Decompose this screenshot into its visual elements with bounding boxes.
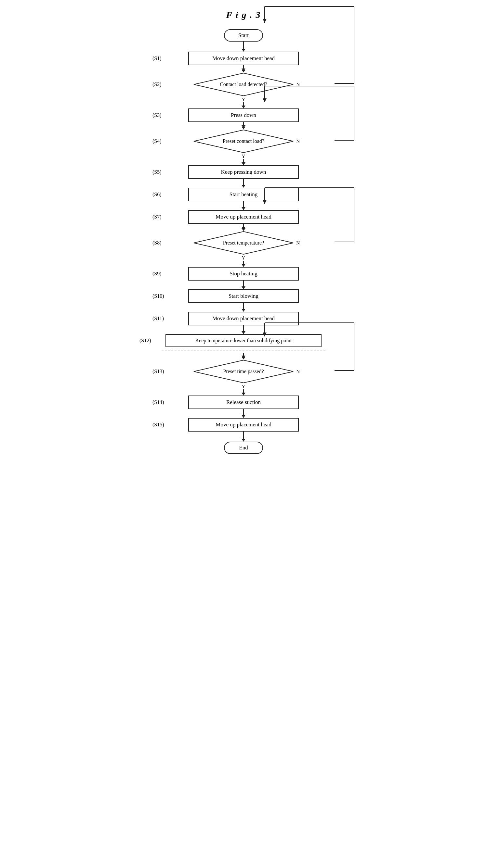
s9-label: (S9) xyxy=(152,271,162,277)
s4-text: Preset contact load? xyxy=(213,138,274,144)
step-s12: (S12) Keep temperature lower than solidi… xyxy=(152,334,335,347)
s1-box: Move down placement head xyxy=(188,52,299,65)
s4-n: N xyxy=(296,139,300,144)
s13-n-arrow xyxy=(335,359,367,384)
s9-box: Stop heating xyxy=(188,267,299,281)
step-s1: (S1) Move down placement head xyxy=(152,52,335,65)
step-s3: (S3) Press down xyxy=(152,108,335,122)
s13-n: N xyxy=(296,369,300,374)
end-terminal: End xyxy=(224,442,263,454)
svg-marker-17 xyxy=(263,200,266,204)
step-s15: (S15) Move up placement head xyxy=(152,418,335,432)
s2-label: (S2) xyxy=(152,82,162,87)
s2-y: Y xyxy=(242,97,246,102)
s3-label: (S3) xyxy=(152,112,162,118)
flowchart: F i g . 3 Start (S1) Move down placement… xyxy=(152,10,335,454)
svg-marker-11 xyxy=(263,98,266,102)
svg-marker-5 xyxy=(263,19,266,23)
arrow-9 xyxy=(239,281,248,289)
step-s7: (S7) Move up placement head xyxy=(152,210,335,224)
arrow-3 xyxy=(239,122,248,129)
diagram-title: F i g . 3 xyxy=(226,10,261,20)
arrow-11 xyxy=(239,326,248,334)
arrow-8 xyxy=(239,261,248,267)
arrow-2 xyxy=(239,102,248,108)
step-s8: (S8) Preset temperature? N xyxy=(152,231,335,255)
arrow-7 xyxy=(239,224,248,231)
s2-n-arrow xyxy=(335,71,367,97)
s11-box: Move down placement head xyxy=(188,312,299,326)
s12-box: Keep temperature lower than solidifying … xyxy=(166,334,321,347)
s11-label: (S11) xyxy=(152,316,164,321)
s8-n-arrow xyxy=(335,230,367,256)
s6-box: Start heating xyxy=(188,188,299,202)
step-s9: (S9) Stop heating xyxy=(152,267,335,281)
s5-box: Keep pressing down xyxy=(188,165,299,179)
step-s6: (S6) Start heating xyxy=(152,188,335,202)
step-s5: (S5) Keep pressing down xyxy=(152,165,335,179)
s2-diamond: Contact load detected? N xyxy=(193,72,294,96)
step-s2: (S2) Contact load detected? N xyxy=(152,72,335,96)
s4-n-arrow xyxy=(335,128,367,154)
s7-label: (S7) xyxy=(152,214,162,220)
s8-label: (S8) xyxy=(152,240,162,246)
s13-diamond: Preset time passed? N xyxy=(193,360,294,383)
s8-n: N xyxy=(296,240,300,246)
arrow-14 xyxy=(239,409,248,418)
step-s11: (S11) Move down placement head xyxy=(152,312,335,326)
s7-box: Move up placement head xyxy=(188,210,299,224)
s14-label: (S14) xyxy=(152,399,164,405)
s2-text: Contact load detected? xyxy=(211,82,276,87)
dashed-separator xyxy=(162,350,325,350)
s1-label: (S1) xyxy=(152,56,162,61)
step-s14: (S14) Release suction xyxy=(152,396,335,409)
start-terminal: Start xyxy=(224,29,263,41)
s5-label: (S5) xyxy=(152,169,162,175)
arrow-15 xyxy=(239,432,248,442)
s4-label: (S4) xyxy=(152,138,162,144)
s8-text: Preset temperature? xyxy=(214,240,274,246)
s10-box: Start blowing xyxy=(188,289,299,303)
s8-y: Y xyxy=(242,255,246,261)
s15-label: (S15) xyxy=(152,422,164,428)
step-s13: (S13) Preset time passed? N xyxy=(152,360,335,383)
s10-label: (S10) xyxy=(152,293,164,299)
arrow-6 xyxy=(239,202,248,210)
arrow-5 xyxy=(239,179,248,188)
s13-text: Preset time passed? xyxy=(214,369,273,374)
s13-y: Y xyxy=(242,384,246,389)
s3-box: Press down xyxy=(188,108,299,122)
s8-diamond: Preset temperature? N xyxy=(193,231,294,255)
s15-box: Move up placement head xyxy=(188,418,299,432)
arrow-1 xyxy=(239,65,248,72)
s14-box: Release suction xyxy=(188,396,299,409)
arrow-0 xyxy=(239,41,248,52)
step-s4: (S4) Preset contact load? N xyxy=(152,129,335,153)
s6-label: (S6) xyxy=(152,192,162,197)
s13-label: (S13) xyxy=(152,369,164,374)
arrow-4 xyxy=(239,159,248,165)
step-s10: (S10) Start blowing xyxy=(152,289,335,303)
s12-label: (S12) xyxy=(140,338,151,344)
arrow-13 xyxy=(239,389,248,396)
s4-diamond: Preset contact load? N xyxy=(193,129,294,153)
arrow-10 xyxy=(239,303,248,312)
s4-y: Y xyxy=(242,154,246,159)
arrow-12 xyxy=(239,353,248,360)
